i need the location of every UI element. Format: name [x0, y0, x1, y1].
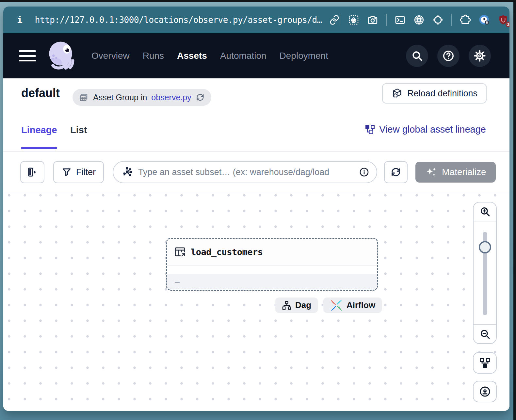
crosshair-target-icon[interactable] [432, 14, 443, 25]
tab-list[interactable]: List [70, 125, 87, 136]
tabs-row: Lineage List View global asset lineage [3, 113, 509, 152]
reload-definitions-button[interactable]: Reload definitions [382, 83, 487, 104]
view-global-asset-lineage-link[interactable]: View global asset lineage [365, 124, 486, 135]
tag-dag[interactable]: Dag [275, 298, 318, 313]
browser-toolbar-icons: 2 [340, 14, 509, 26]
asset-group-badge: Asset Group in observe.py [73, 89, 211, 106]
airflow-logo-icon [330, 299, 343, 312]
refresh-location-icon[interactable] [196, 93, 205, 102]
zoom-slider[interactable] [474, 221, 496, 324]
zoom-out-button[interactable] [474, 324, 496, 343]
reader-flower-icon[interactable] [348, 14, 359, 25]
asset-group-file-link[interactable]: observe.py [151, 93, 191, 102]
asset-group-badge-text: Asset Group in [93, 93, 147, 102]
browser-url-bar: i http://127.0.0.1:3000/locations/observ… [3, 7, 509, 33]
zoom-slider-thumb[interactable] [479, 241, 491, 253]
copy-link-icon[interactable] [329, 14, 340, 25]
materialize-label: Materialize [442, 167, 486, 177]
settings-gear-button[interactable] [469, 45, 491, 67]
menu-hamburger-icon[interactable] [19, 50, 36, 61]
asset-node-header: load_customers [167, 239, 377, 266]
asset-node-title: load_customers [191, 247, 263, 257]
refresh-icon [390, 167, 401, 178]
relayout-graph-button[interactable] [473, 352, 497, 374]
screenshot-camera-icon[interactable] [367, 14, 378, 25]
help-button[interactable] [437, 45, 460, 67]
zoom-in-button[interactable] [474, 202, 496, 221]
filter-label: Filter [76, 167, 96, 177]
filter-button[interactable]: Filter [53, 161, 104, 183]
tab-lineage[interactable]: Lineage [21, 125, 57, 136]
asset-node-body [167, 266, 377, 274]
graph-layout-icon [479, 357, 491, 369]
nav-items: Overview Runs Assets Automation Deployme… [91, 51, 328, 61]
password-manager-icon[interactable] [479, 14, 490, 25]
external-table-icon [174, 246, 186, 258]
lineage-graph-icon [365, 124, 375, 135]
download-image-button[interactable] [473, 381, 497, 402]
asset-node-load-customers[interactable]: load_customers – [166, 238, 378, 291]
materialize-button[interactable]: Materialize [415, 162, 496, 183]
tag-airflow[interactable]: Airflow [323, 298, 382, 313]
nav-item-overview[interactable]: Overview [91, 51, 130, 61]
shield-badge-count: 2 [506, 22, 509, 27]
zoom-controls [473, 202, 497, 344]
address-url[interactable]: http://127.0.0.1:3000/locations/observe.… [35, 15, 322, 25]
screen-edge-top [0, 0, 516, 2]
reload-definitions-label: Reload definitions [407, 89, 477, 99]
code-location-icon [78, 92, 89, 103]
page-header: default Asset Group in observe.py R [3, 78, 509, 113]
nav-item-automation[interactable]: Automation [220, 51, 266, 61]
globe-icon[interactable] [413, 14, 425, 25]
nav-actions [406, 45, 491, 67]
sparkles-icon [425, 166, 437, 178]
filter-funnel-icon [61, 167, 72, 177]
browser-window: i http://127.0.0.1:3000/locations/observ… [3, 7, 509, 411]
op-selection-icon [121, 166, 133, 178]
dagster-logo[interactable] [46, 40, 76, 72]
dag-icon [282, 300, 292, 310]
lineage-canvas[interactable]: load_customers – Dag [3, 193, 509, 411]
download-icon [479, 386, 491, 397]
tag-airflow-label: Airflow [347, 300, 375, 310]
tag-dag-label: Dag [295, 300, 311, 310]
info-icon[interactable] [359, 167, 369, 177]
panel-open-icon [27, 167, 38, 178]
asset-node-footer: – [167, 274, 377, 289]
screen-edge-right [513, 0, 516, 420]
view-global-asset-lineage-label: View global asset lineage [379, 124, 486, 135]
refresh-graph-button[interactable] [384, 161, 408, 183]
asset-node-footer-value: – [175, 277, 180, 286]
asset-subset-input[interactable] [138, 167, 354, 177]
page-title: default [21, 86, 60, 100]
asset-subset-search[interactable] [113, 161, 377, 183]
nav-item-runs[interactable]: Runs [143, 51, 164, 61]
terminal-icon[interactable] [395, 14, 406, 25]
toolbar-divider [340, 14, 340, 26]
expand-panel-button[interactable] [20, 161, 44, 183]
extension-puzzle-icon[interactable] [460, 14, 471, 25]
page-info-icon[interactable]: i [17, 15, 23, 25]
lineage-toolbar: Filter [3, 152, 509, 193]
nav-item-assets[interactable]: Assets [177, 51, 207, 61]
nav-item-deployment[interactable]: Deployment [280, 51, 328, 61]
toolbar-divider [451, 14, 452, 26]
toolbar-divider [386, 14, 387, 26]
adblock-shield-icon[interactable]: 2 [498, 14, 509, 25]
search-button[interactable] [406, 45, 428, 67]
app-navbar: Overview Runs Assets Automation Deployme… [3, 33, 509, 78]
reload-definitions-icon [391, 88, 403, 99]
